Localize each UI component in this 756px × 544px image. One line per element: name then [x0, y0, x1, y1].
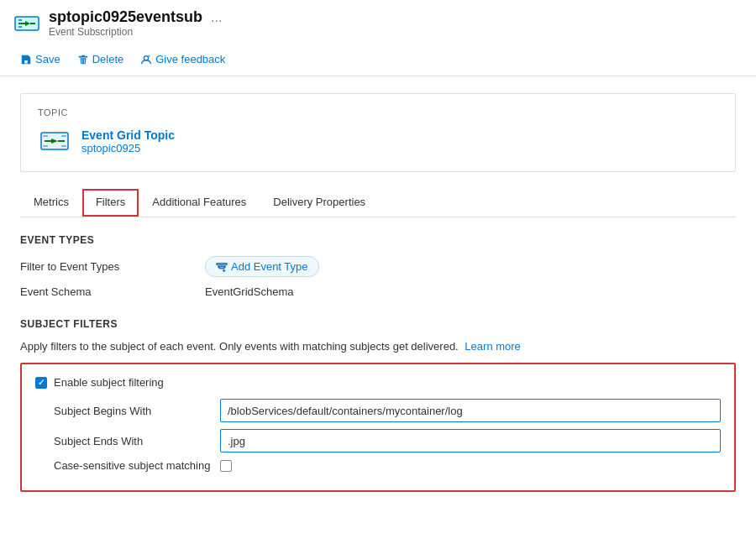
feedback-icon	[140, 54, 152, 65]
subject-ends-with-input[interactable]	[220, 429, 721, 452]
filter-event-types-label: Filter to Event Types	[20, 260, 205, 273]
svg-rect-13	[43, 135, 48, 137]
save-button[interactable]: Save	[13, 50, 67, 69]
enable-filtering-label: Enable subject filtering	[54, 376, 164, 389]
svg-point-7	[144, 55, 149, 60]
subject-begins-with-input[interactable]	[220, 399, 721, 422]
add-event-type-button[interactable]: Add Event Type	[205, 256, 319, 277]
subject-filters-title: SUBJECT FILTERS	[20, 318, 736, 330]
tab-delivery-properties[interactable]: Delivery Properties	[260, 189, 379, 217]
tab-bar: Metrics Filters Additional Features Deli…	[20, 189, 736, 217]
topic-icon	[38, 124, 71, 158]
svg-rect-14	[43, 145, 48, 147]
svg-rect-15	[61, 135, 66, 137]
add-filter-icon	[216, 261, 228, 273]
svg-rect-16	[61, 145, 66, 147]
resource-name: sptopic0925eventsub	[49, 8, 202, 26]
feedback-button[interactable]: Give feedback	[134, 50, 232, 69]
event-schema-value: EventGridSchema	[205, 285, 294, 298]
topic-section-label: TOPIC	[38, 107, 718, 118]
ellipsis-menu[interactable]: ...	[211, 10, 222, 25]
subject-filters-section: SUBJECT FILTERS Apply filters to the sub…	[20, 318, 736, 492]
tab-additional-features[interactable]: Additional Features	[139, 189, 260, 217]
filter-box: Enable subject filtering Subject Begins …	[20, 363, 736, 492]
tab-filters[interactable]: Filters	[82, 189, 139, 217]
event-types-title: EVENT TYPES	[20, 234, 736, 246]
subject-ends-with-label: Subject Ends With	[35, 435, 220, 447]
topic-type-name: Event Grid Topic	[81, 128, 175, 142]
event-types-section: EVENT TYPES Filter to Event Types Add Ev…	[20, 234, 736, 298]
resource-subtitle: Event Subscription	[49, 26, 222, 38]
save-icon	[20, 54, 32, 65]
learn-more-link[interactable]: Learn more	[465, 340, 520, 353]
topic-link[interactable]: sptopic0925	[81, 142, 140, 154]
subject-begins-with-label: Subject Begins With	[35, 405, 220, 417]
tab-metrics[interactable]: Metrics	[20, 189, 82, 217]
resource-icon	[13, 10, 40, 37]
subject-filters-desc: Apply filters to the subject of each eve…	[20, 340, 736, 353]
enable-filtering-checkbox[interactable]	[35, 377, 47, 389]
delete-icon	[77, 54, 89, 65]
case-sensitive-checkbox[interactable]	[220, 460, 232, 472]
event-schema-label: Event Schema	[20, 285, 205, 298]
case-sensitive-label: Case-sensitive subject matching	[35, 459, 220, 472]
delete-button[interactable]: Delete	[71, 50, 131, 69]
topic-card: TOPIC Event Grid Topic sptopic0925	[20, 93, 736, 172]
